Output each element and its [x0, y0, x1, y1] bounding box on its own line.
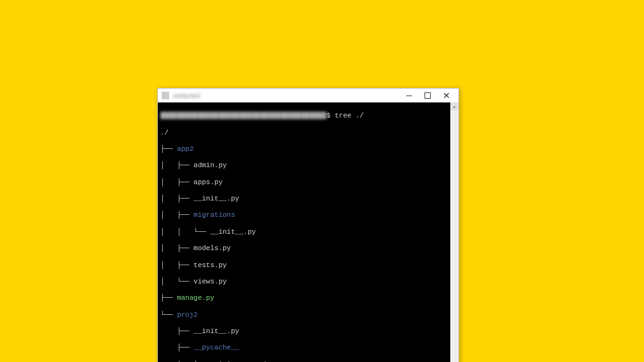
- terminal-scrollbar[interactable]: ▴ ▾: [450, 102, 458, 362]
- maximize-button[interactable]: [418, 89, 437, 102]
- titlebar-left: redacted: [162, 92, 200, 99]
- tree-miginit: │ │ └── __init__.py: [160, 228, 456, 236]
- terminal-window: redacted ✕ █████████████████████████████…: [157, 88, 459, 362]
- tree-pycache: ├── __pycache__: [160, 344, 456, 352]
- tree-init1: │ ├── __init__.py: [160, 195, 456, 203]
- close-button[interactable]: ✕: [437, 89, 456, 102]
- terminal-body[interactable]: ████████████████████████████████████████…: [158, 102, 458, 362]
- tree-migrations: │ ├── migrations: [160, 211, 456, 219]
- tree-models: │ ├── models.py: [160, 244, 456, 253]
- tree-app2: ├── app2: [160, 145, 456, 153]
- prompt-sep: $: [326, 112, 331, 119]
- tree-root: ./: [160, 129, 456, 137]
- minimize-button[interactable]: [399, 89, 418, 102]
- prompt-userhost: ████████████████████████████████████████: [160, 112, 326, 119]
- window-titlebar[interactable]: redacted ✕: [158, 89, 458, 102]
- tree-views: │ └── views.py: [160, 278, 456, 286]
- tree-manage: ├── manage.py: [160, 294, 456, 302]
- tree-tests: │ ├── tests.py: [160, 261, 456, 270]
- window-icon: [162, 92, 169, 99]
- tree-pinit: ├── __init__.py: [160, 327, 456, 336]
- tree-proj2: └── proj2: [160, 311, 456, 319]
- window-title: redacted: [173, 92, 200, 99]
- window-controls: ✕: [399, 89, 456, 102]
- tree-admin: │ ├── admin.py: [160, 162, 456, 170]
- prompt-line-1: ████████████████████████████████████████…: [160, 112, 456, 120]
- command-text: tree ./: [335, 112, 364, 119]
- tree-apps: │ ├── apps.py: [160, 178, 456, 187]
- scroll-up-button[interactable]: ▴: [450, 102, 458, 111]
